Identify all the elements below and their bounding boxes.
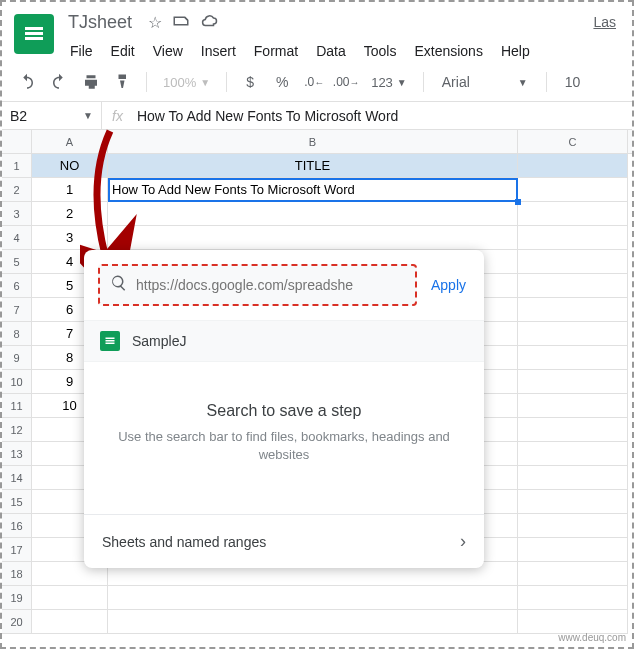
cell[interactable] bbox=[518, 538, 628, 562]
cell[interactable] bbox=[518, 394, 628, 418]
col-header-b[interactable]: B bbox=[108, 130, 518, 153]
star-icon[interactable]: ☆ bbox=[148, 13, 162, 32]
sheets-file-icon bbox=[100, 331, 120, 351]
link-search-input[interactable] bbox=[136, 277, 405, 293]
row-header[interactable]: 9 bbox=[2, 346, 32, 370]
number-format-dropdown[interactable]: 123▼ bbox=[365, 75, 413, 90]
empty-state: Search to save a step Use the search bar… bbox=[84, 362, 484, 514]
row-header[interactable]: 6 bbox=[2, 274, 32, 298]
menu-file[interactable]: File bbox=[62, 39, 101, 63]
zoom-dropdown[interactable]: 100% ▼ bbox=[157, 75, 216, 90]
cell[interactable] bbox=[518, 562, 628, 586]
row-header[interactable]: 3 bbox=[2, 202, 32, 226]
watermark: www.deuq.com bbox=[558, 632, 626, 643]
formula-content[interactable]: How To Add New Fonts To Microsoft Word bbox=[133, 108, 402, 124]
cell[interactable]: How To Add New Fonts To Microsoft Word bbox=[108, 178, 518, 202]
increase-decimal-button[interactable]: .00→ bbox=[333, 69, 359, 95]
cell[interactable]: 2 bbox=[32, 202, 108, 226]
cell[interactable] bbox=[518, 370, 628, 394]
menu-data[interactable]: Data bbox=[308, 39, 354, 63]
cell[interactable] bbox=[108, 226, 518, 250]
decrease-decimal-button[interactable]: .0← bbox=[301, 69, 327, 95]
cell[interactable] bbox=[518, 250, 628, 274]
row-header[interactable]: 20 bbox=[2, 610, 32, 634]
row-header[interactable]: 14 bbox=[2, 466, 32, 490]
menu-tools[interactable]: Tools bbox=[356, 39, 405, 63]
move-icon[interactable] bbox=[172, 12, 190, 34]
menu-edit[interactable]: Edit bbox=[103, 39, 143, 63]
empty-title: Search to save a step bbox=[114, 402, 454, 420]
percent-button[interactable]: % bbox=[269, 69, 295, 95]
cell[interactable] bbox=[518, 418, 628, 442]
row-header[interactable]: 2 bbox=[2, 178, 32, 202]
cell[interactable] bbox=[518, 226, 628, 250]
formula-bar: B2▼ fx How To Add New Fonts To Microsoft… bbox=[2, 102, 632, 130]
link-search-box[interactable] bbox=[98, 264, 417, 306]
row-header[interactable]: 11 bbox=[2, 394, 32, 418]
cell[interactable]: TITLE bbox=[108, 154, 518, 178]
row-header[interactable]: 12 bbox=[2, 418, 32, 442]
row-header[interactable]: 17 bbox=[2, 538, 32, 562]
cell[interactable] bbox=[518, 178, 628, 202]
cell[interactable] bbox=[108, 586, 518, 610]
apply-button[interactable]: Apply bbox=[427, 271, 470, 299]
col-header-c[interactable]: C bbox=[518, 130, 628, 153]
menu-extensions[interactable]: Extensions bbox=[406, 39, 490, 63]
col-header-a[interactable]: A bbox=[32, 130, 108, 153]
paint-format-button[interactable] bbox=[110, 69, 136, 95]
cell[interactable] bbox=[518, 154, 628, 178]
cell[interactable] bbox=[518, 442, 628, 466]
row-header[interactable]: 18 bbox=[2, 562, 32, 586]
cell[interactable] bbox=[32, 586, 108, 610]
menu-view[interactable]: View bbox=[145, 39, 191, 63]
row-header[interactable]: 4 bbox=[2, 226, 32, 250]
search-result-item[interactable]: SampleJ bbox=[84, 320, 484, 362]
font-size[interactable]: 10 bbox=[557, 74, 589, 90]
cell[interactable]: NO bbox=[32, 154, 108, 178]
cell[interactable] bbox=[518, 466, 628, 490]
cell[interactable]: 3 bbox=[32, 226, 108, 250]
undo-button[interactable] bbox=[14, 69, 40, 95]
cloud-icon[interactable] bbox=[200, 12, 218, 34]
font-dropdown[interactable]: Arial▼ bbox=[434, 74, 536, 90]
row-header[interactable]: 5 bbox=[2, 250, 32, 274]
row-header[interactable]: 13 bbox=[2, 442, 32, 466]
row-header[interactable]: 8 bbox=[2, 322, 32, 346]
cell[interactable]: 1 bbox=[32, 178, 108, 202]
row-header[interactable]: 16 bbox=[2, 514, 32, 538]
row-header[interactable]: 7 bbox=[2, 298, 32, 322]
name-box[interactable]: B2▼ bbox=[2, 102, 102, 129]
redo-button[interactable] bbox=[46, 69, 72, 95]
row-header[interactable]: 10 bbox=[2, 370, 32, 394]
cell[interactable] bbox=[518, 322, 628, 346]
cell[interactable] bbox=[518, 514, 628, 538]
menu-format[interactable]: Format bbox=[246, 39, 306, 63]
toolbar: 100% ▼ $ % .0← .00→ 123▼ Arial▼ 10 bbox=[2, 63, 632, 102]
cell[interactable] bbox=[108, 202, 518, 226]
row-header[interactable]: 1 bbox=[2, 154, 32, 178]
sheets-logo[interactable] bbox=[14, 14, 54, 54]
sheets-ranges-button[interactable]: Sheets and named ranges › bbox=[84, 514, 484, 568]
row-header[interactable]: 15 bbox=[2, 490, 32, 514]
cell[interactable] bbox=[518, 274, 628, 298]
search-icon bbox=[110, 274, 128, 296]
select-all-corner[interactable] bbox=[2, 130, 32, 154]
result-label: SampleJ bbox=[132, 333, 186, 349]
menu-insert[interactable]: Insert bbox=[193, 39, 244, 63]
cell[interactable] bbox=[108, 610, 518, 634]
row-header[interactable]: 19 bbox=[2, 586, 32, 610]
cell[interactable] bbox=[518, 490, 628, 514]
cell[interactable] bbox=[518, 346, 628, 370]
cell[interactable] bbox=[518, 586, 628, 610]
cell[interactable] bbox=[518, 202, 628, 226]
fx-icon: fx bbox=[102, 108, 133, 124]
cell[interactable] bbox=[518, 610, 628, 634]
last-edit-link[interactable]: Las bbox=[589, 10, 620, 34]
cell[interactable] bbox=[518, 298, 628, 322]
cell[interactable] bbox=[32, 610, 108, 634]
doc-title[interactable]: TJsheet bbox=[62, 10, 138, 35]
currency-button[interactable]: $ bbox=[237, 69, 263, 95]
print-button[interactable] bbox=[78, 69, 104, 95]
menu-help[interactable]: Help bbox=[493, 39, 538, 63]
chevron-right-icon: › bbox=[460, 531, 466, 552]
